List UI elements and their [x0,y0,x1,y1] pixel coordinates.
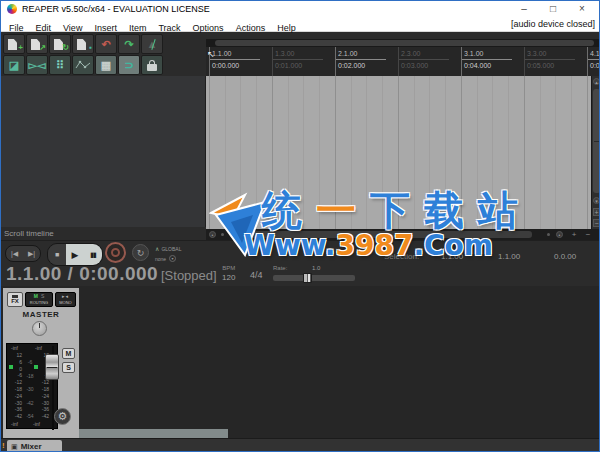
menu-actions[interactable]: Actions [230,22,272,34]
hzoom-in-button[interactable]: + [570,231,578,239]
mono-button[interactable]: ▸◂ MONO [55,292,76,307]
routing-m-indicator: M [34,293,38,299]
peak-readout-left[interactable]: -inf [11,345,18,351]
rate-slider[interactable] [273,275,355,281]
meter-scale-value: -42 [8,413,22,420]
track-control-panel[interactable] [1,76,206,227]
speaker-icon: ▸◂ [56,293,75,300]
bpm-value[interactable]: 120 [222,273,235,282]
minimize-button[interactable]: – [511,1,537,17]
selection-start[interactable]: 1.1.00 [441,252,463,261]
record-icon [111,248,120,257]
automation-dropdown-icon[interactable]: ▾ [169,255,176,262]
time-signature[interactable]: 4/4 [250,270,263,280]
ruler-mark[interactable]: 2.1.000:02.000 [335,47,386,76]
timeline-zoom-thumb[interactable] [215,40,594,46]
tab-mixer[interactable]: ▣ Mixer [7,440,62,452]
toolbar-open-project-button[interactable]: ↗ [26,34,48,54]
hzoom-out-button[interactable]: − [584,231,592,239]
scroll-up-icon[interactable]: ▴ [593,78,600,85]
automation-mode[interactable]: ∧ GLOBAL none ▾ [155,245,181,262]
undo-icon: ↶ [101,39,110,50]
toolbar-envelope-points-button[interactable] [72,55,94,75]
ruler-beat-label: 2.1.00 [336,47,386,60]
gear-icon[interactable]: ⚙ [54,408,71,425]
vertical-scrollbar[interactable]: ▴ ▾ + − [591,76,600,229]
peak-readout-right[interactable]: -inf [35,345,42,351]
ruler-mark[interactable]: 1.3.000:01.000 [272,47,323,76]
toolbar-metronome-button[interactable]: ▲ [141,34,163,54]
repeat-button[interactable]: ↻ [132,244,149,261]
pause-button[interactable]: ▮▮ [84,244,102,265]
transport-nav-group: |◀ ▶| [5,245,41,262]
toolbar-item-edit-grouping-button[interactable]: ⠿ [49,55,71,75]
record-button[interactable] [105,242,126,263]
zoom-in-button[interactable]: + [593,208,600,216]
toolbar-snap-toggle-button[interactable]: ⊃ [118,55,140,75]
toolbar-redo-button[interactable]: ↷ [118,34,140,54]
status-hint: Scroll timeline [4,229,54,238]
fx-button[interactable]: FX [7,292,23,307]
ruler-time-label: 0:03.000 [399,60,449,70]
selection-end[interactable]: 1.1.00 [498,252,520,261]
play-button[interactable]: ▶ [66,244,84,265]
rms-readout-left[interactable]: -inf [11,421,18,427]
horizontal-scroll-thumb[interactable] [232,231,532,238]
pan-knob[interactable] [32,321,47,336]
selection-length[interactable]: 0.0.00 [554,252,576,261]
stop-button[interactable]: ■ [48,244,66,265]
scroll-down-icon[interactable]: ▾ [593,197,600,204]
zoom-out-button[interactable]: − [593,219,600,227]
statusbar: ! ▣ Mixer [1,438,600,452]
ruler-mark[interactable]: 3.1.000:04.000 [461,47,512,76]
bpm-block[interactable]: BPM 120 [222,265,235,282]
toolbar-project-settings-button[interactable]: ▪ [72,34,94,54]
rate-label: Rate: [273,265,287,271]
edit-cursor-icon[interactable]: ↖ [207,49,215,59]
timeline-zoom-strip[interactable] [206,39,600,47]
solo-button[interactable]: S [62,362,75,373]
playback-status: [Stopped] [161,268,217,283]
toolbar-ripple-editing-button[interactable]: ◪ [3,55,25,75]
mute-button[interactable]: M [62,348,75,359]
master-channel-strip: FX MS ROUTING ▸◂ MONO MASTER -inf -inf 1… [3,288,79,438]
rms-readout-right[interactable]: -inf [33,421,40,427]
lock-icon [147,60,157,71]
toolbar-lock-toggle-button[interactable] [141,55,163,75]
meter-scale-value: -18 [8,386,22,393]
item-edit-grouping-icon: ⠿ [56,60,64,71]
rate-slider-thumb[interactable] [303,273,312,283]
routing-button[interactable]: MS ROUTING [25,292,53,307]
horizontal-scrollbar[interactable]: • • + − [206,229,600,240]
meter-scale-value: -24 [8,393,22,400]
ruler-mark[interactable]: 1.1.000:00.000 [209,47,260,76]
master-track-label: MASTER [3,310,79,319]
timeline-ruler[interactable]: ↖ 1.1.000:00.0001.3.000:01.0002.1.000:02… [206,47,600,76]
menu-help[interactable]: Help [271,22,302,34]
toolbar-undo-button[interactable]: ↶ [95,34,117,54]
hscroll-left-button[interactable]: • [209,231,216,238]
ruler-mark[interactable]: 4.1.000:06.000 [587,47,600,76]
vertical-scroll-thumb[interactable] [593,89,600,193]
arrange-view[interactable] [206,76,591,229]
go-to-start-button[interactable]: |◀ [11,250,18,258]
ruler-mark[interactable]: 2.3.000:03.000 [398,47,449,76]
toolbar-auto-crossfade-button[interactable]: ▻◅ [26,55,48,75]
toolbar-grid-toggle-button[interactable]: ▦ [95,55,117,75]
toolbar-new-project-button[interactable]: + [3,34,25,54]
playback-position-display[interactable]: 1.1.00 / 0:00.000 [6,263,158,285]
ruler-mark[interactable]: 3.3.000:05.000 [524,47,575,76]
hint-bar: Scroll timeline [1,227,206,240]
meter-scale-value: -12 [8,379,22,386]
hscroll-right-button[interactable]: • [556,231,563,238]
maximize-button[interactable]: □ [540,1,566,17]
volume-fader[interactable] [45,354,59,380]
ruler-time-label: 0:04.000 [462,60,512,70]
automation-value[interactable]: none [155,256,166,262]
meter-scale-value: -36 [8,406,22,413]
ruler-beat-label: 2.3.00 [399,47,449,60]
go-to-end-button[interactable]: ▶| [28,250,35,258]
document-icon [8,39,17,50]
close-button[interactable]: × [569,1,595,17]
toolbar-save-project-button[interactable]: ↻ [49,34,71,54]
